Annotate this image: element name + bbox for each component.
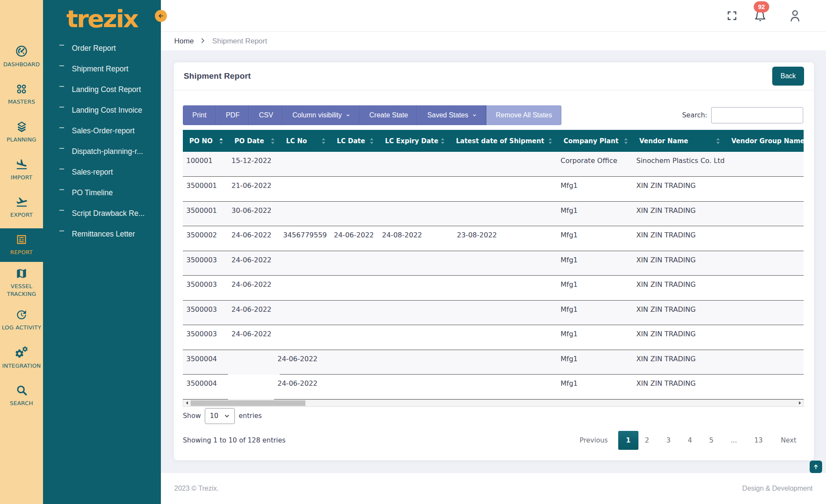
cell-lc-expiry: [379, 177, 450, 202]
column-visibility-button[interactable]: Column visibility: [283, 105, 360, 125]
pdf-button[interactable]: PDF: [216, 105, 250, 125]
rail-label: DASHBOARD: [3, 61, 40, 68]
cell-vendor-group: [725, 375, 804, 400]
create-state-button[interactable]: Create State: [360, 105, 418, 125]
cell-lc-date: [330, 251, 379, 276]
sort-arrows-icon: [716, 138, 720, 144]
pagination-previous[interactable]: Previous: [579, 431, 608, 450]
cell-lc-date: 24-06-2022: [330, 226, 379, 251]
menu-item-shipment-report[interactable]: Shipment Report: [43, 58, 161, 79]
table-row-7: 350000324-06-2022Mfg1XIN ZIN TRADING: [183, 300, 804, 325]
menu-item-script-drawback-report[interactable]: Script Drawback Re...: [43, 203, 161, 224]
cell-po-date: 24-06-2022: [228, 276, 280, 301]
cell-vendor-group: [725, 152, 804, 177]
column-header-po-no[interactable]: PO NO: [183, 130, 228, 152]
cell-lc-no: [280, 201, 330, 226]
rail-item-report[interactable]: REPORT: [0, 228, 43, 262]
pagination-page-1[interactable]: 1: [618, 431, 638, 450]
menu-item-sales-order-report[interactable]: Sales-Order-report: [43, 120, 161, 141]
scroll-right-arrow[interactable]: [796, 400, 803, 406]
column-header-po-date[interactable]: PO Date: [228, 130, 280, 152]
user-menu-button[interactable]: [789, 9, 801, 23]
cell-vendor-group: [725, 300, 804, 325]
column-header-lc-no[interactable]: LC No: [280, 130, 330, 152]
column-header-company-plant[interactable]: Company Plant: [557, 130, 633, 152]
rail-item-search[interactable]: SEARCH: [0, 377, 43, 415]
print-button[interactable]: Print: [183, 105, 216, 125]
notification-badge: 92: [754, 1, 769, 12]
arrow-up-icon: [813, 464, 819, 470]
remove-all-states-button[interactable]: Remove All States: [487, 105, 562, 125]
sort-arrows-icon: [322, 138, 325, 144]
menu-item-landing-cost-invoice[interactable]: Landing Cost Invoice: [43, 100, 161, 120]
main-area: 92 Home Shipment Report Shipment Report …: [161, 0, 826, 504]
fullscreen-button[interactable]: [727, 10, 737, 21]
pagination-page-5[interactable]: 5: [701, 431, 722, 450]
cell-company-plant: Mfg1: [557, 251, 633, 276]
rail-label: INTEGRATION: [2, 362, 41, 370]
menu-item-dispatch-planning-report[interactable]: Dispatch-planning-r...: [43, 141, 161, 162]
rail-item-masters[interactable]: MASTERS: [0, 76, 43, 114]
csv-button[interactable]: CSV: [250, 105, 283, 125]
cell-vendor-name: XIN ZIN TRADING: [633, 350, 725, 375]
pagination-next[interactable]: Next: [781, 431, 796, 450]
rail-item-import[interactable]: IMPORT: [0, 151, 43, 189]
entries-label: entries: [239, 412, 262, 420]
dash-icon: [59, 148, 64, 149]
column-header-vendor-name[interactable]: Vendor Name: [633, 130, 725, 152]
page-title: Shipment Report: [184, 71, 251, 81]
column-header-lc-date[interactable]: LC Date: [330, 130, 379, 152]
rail-item-log-activity[interactable]: LOG ACTIVITY: [0, 301, 43, 339]
menu-item-po-timeline[interactable]: PO Timeline: [43, 182, 161, 203]
rail-item-planning[interactable]: PLANNING: [0, 113, 43, 151]
horizontal-scrollbar[interactable]: [183, 400, 804, 407]
rail-item-dashboard[interactable]: DASHBOARD: [0, 38, 43, 76]
search-input[interactable]: [711, 107, 803, 123]
page-length-select[interactable]: 10: [205, 408, 235, 424]
sidebar-collapse-button[interactable]: [155, 10, 167, 22]
menu-item-sales-report[interactable]: Sales-report: [43, 162, 161, 182]
table-row-1: 10000115-12-2022Corporate OfficeSinochem…: [183, 152, 804, 177]
footer-credit: Design & Development: [742, 485, 813, 492]
pagination-page-4[interactable]: 4: [679, 431, 701, 450]
report-card: Shipment Report Back Print PDF CSV Colum…: [174, 62, 814, 460]
cell-company-plant: Mfg1: [557, 300, 633, 325]
cell-latest-shipment: [450, 350, 557, 375]
scroll-left-arrow[interactable]: [183, 400, 190, 406]
column-header-vendor-group-name[interactable]: Vendor Group Name: [725, 130, 804, 152]
footer: 2023 © Trezix. Design & Development: [161, 473, 826, 504]
column-header-latest-date-of-shipment[interactable]: Latest date of Shipment: [450, 130, 557, 152]
menu-item-remittances-letter[interactable]: Remittances Letter: [43, 224, 161, 244]
footer-copyright: 2023 © Trezix.: [174, 485, 219, 492]
back-button[interactable]: Back: [772, 67, 804, 86]
content-area: Shipment Report Back Print PDF CSV Colum…: [161, 50, 826, 474]
scroll-to-top-button[interactable]: [810, 461, 822, 473]
cell-company-plant: Mfg1: [557, 350, 633, 375]
cell-po-no: 3500001: [183, 177, 228, 202]
report-submenu-sidebar: trezix Order Report Shipment Report Land…: [43, 0, 161, 504]
rail-item-integration[interactable]: INTEGRATION: [0, 339, 43, 377]
pagination-page-3[interactable]: 3: [658, 431, 679, 450]
rail-item-export[interactable]: EXPORT: [0, 188, 43, 226]
dash-icon: [59, 210, 64, 211]
sort-arrows-icon: [549, 138, 552, 144]
trezix-logo: trezix: [66, 7, 138, 31]
menu-item-landing-cost-report[interactable]: Landing Cost Report: [43, 79, 161, 100]
rail-item-vessel-tracking[interactable]: VESSEL TRACKING: [0, 264, 43, 302]
cell-latest-shipment: [450, 152, 557, 177]
cell-latest-shipment: [450, 325, 557, 350]
pagination-page-2[interactable]: 2: [636, 431, 658, 450]
column-header-lc-expiry-date[interactable]: LC Expiry Date: [379, 130, 450, 152]
table-scroll-viewport: PO NOPO DateLC NoLC DateLC Expiry DateLa…: [183, 130, 804, 400]
table-row-6: 350000324-06-2022Mfg1XIN ZIN TRADING: [183, 276, 804, 301]
rail-label: MASTERS: [8, 98, 35, 106]
saved-states-button[interactable]: Saved States: [418, 105, 486, 125]
user-icon: [789, 9, 801, 23]
menu-item-order-report[interactable]: Order Report: [43, 38, 161, 58]
notifications-button[interactable]: 92: [754, 9, 766, 22]
pagination-page-13[interactable]: 13: [746, 431, 771, 450]
breadcrumb-home-link[interactable]: Home: [174, 37, 194, 46]
cell-lc-no: [280, 251, 330, 276]
scrollbar-thumb[interactable]: [191, 400, 305, 406]
cell-lc-no: [280, 325, 330, 350]
